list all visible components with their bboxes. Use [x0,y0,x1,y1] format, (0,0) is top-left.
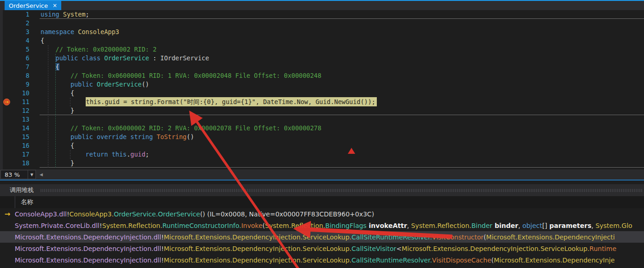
indent-guide [70,98,70,106]
text-segment: public class [41,54,104,62]
text-segment: binder [492,222,518,229]
horizontal-scrollbar[interactable]: ◀ [36,170,644,179]
frame-text: Microsoft.Extensions.DependencyInjection… [15,233,615,241]
text-segment: CallSiteVisitor [351,245,396,252]
line-number: 7 [0,63,29,71]
text-segment: namespace [41,28,78,35]
line-content: return this.guid; [29,150,149,159]
indent-guide [70,150,70,159]
text-segment: System.Glo [596,222,632,229]
code-line-7[interactable]: 7 { [0,63,644,71]
text-segment: RuntimeConstructorInfo. [162,222,241,229]
text-segment [41,98,86,105]
text-segment: Microsoft.Extensions.DependencyInjection… [164,233,352,241]
frame-margin: → [0,210,15,218]
indent-guide [55,54,56,168]
text-segment: parameters [549,222,591,229]
text-segment: // Token: 0x02000002 RID: 2 [41,46,157,53]
text-segment: Microsoft.Extensions.DependencyInjection… [402,245,590,252]
line-number: 9 [0,80,29,89]
tab-orderservice[interactable]: OrderService × [5,1,61,10]
text-segment: OrderService.OrderService [114,210,200,218]
code-line-9[interactable]: 9 public OrderService() [0,80,644,89]
text-segment: () [141,81,149,88]
code-line-3[interactable]: 3namespace ConsoleApp3 [0,28,644,36]
line-content: this.guid = string.Format("时间:{0}, guid=… [29,98,377,106]
code-line-8[interactable]: 8 // Token: 0x06000001 RID: 1 RVA: 0x000… [0,71,644,80]
code-line-2[interactable]: 2 [0,19,644,28]
panel-grip-dots [40,189,642,192]
text-segment: return this [41,151,127,158]
text-segment: VisitConstructor [432,233,484,241]
text-segment: using [41,11,63,18]
code-line-14[interactable]: 14 // Token: 0x06000002 RID: 2 RVA: 0x00… [0,124,644,133]
callstack-frame[interactable]: Microsoft.Extensions.DependencyInjection… [0,243,644,254]
code-line-1[interactable]: 1using System; [0,10,644,19]
zoom-level-select[interactable]: 83 % ▼ [0,170,36,179]
text-segment: { [56,63,59,70]
text-segment: ConsoleApp3. [70,210,114,218]
code-line-16[interactable]: 16 { [0,141,644,150]
line-content: } [29,106,74,115]
code-line-15[interactable]: 15 public override string ToString() [0,133,644,141]
callstack-icon-column [0,196,15,208]
zoom-level-value: 83 % [1,171,28,178]
text-segment: ConsoleApp3 [78,28,119,35]
text-segment: BindingFlags [325,222,367,229]
line-content: { [29,141,74,150]
text-segment: . [127,151,130,158]
text-segment: public override string [41,133,157,140]
code-line-13[interactable]: 13 [0,115,644,124]
code-line-12[interactable]: 12 } [0,106,644,115]
text-segment: public [41,81,97,88]
text-segment: IOrderService [160,54,209,62]
code-line-5[interactable]: 5 // Token: 0x02000002 RID: 2 [0,45,644,54]
breakpoint-current-statement-marker[interactable]: → [3,99,10,105]
line-number: 3 [0,28,29,36]
callstack-column-header[interactable]: 名称 [0,196,644,208]
text-segment: System.Reflection. [102,222,163,229]
text-segment: Microsoft.Extensions.DependencyInjection… [15,233,161,241]
callstack-frame[interactable]: Microsoft.Extensions.DependencyInjection… [0,231,644,243]
code-line-4[interactable]: 4{ [0,36,644,45]
code-line-10[interactable]: 10 { [0,89,644,98]
line-number: 16 [0,141,29,150]
code-line-17[interactable]: 17 return this.guid; [0,150,644,159]
text-segment: { [41,37,44,44]
editor-status-bar: 83 % ▼ ◀ [0,169,644,180]
line-number: 6 [0,54,29,63]
callstack-frame[interactable]: System.Private.CoreLib.dll!System.Reflec… [0,220,644,231]
line-content: public OrderService() [29,80,149,89]
text-segment: { [41,89,74,97]
code-line-18[interactable]: 18 } [0,159,644,168]
callstack-rows-container: →ConsoleApp3.dll!ConsoleApp3.OrderServic… [0,208,644,266]
close-icon[interactable]: × [53,3,57,8]
text-segment: this.guid = string.Format("时间:{0}, guid=… [86,97,377,106]
text-segment: { [41,142,74,149]
line-content: // Token: 0x02000002 RID: 2 [29,45,157,54]
text-segment: CallSiteRuntimeResolver. [351,233,432,241]
window-top-accent [0,0,644,1]
code-editor[interactable]: 1using System;23namespace ConsoleApp34{5… [0,10,644,169]
current-statement-arrow-icon: → [5,99,8,104]
indent-guide [48,45,48,168]
frame-text: Microsoft.Extensions.DependencyInjection… [15,245,616,252]
text-segment: () [187,133,194,140]
line-content: public class OrderService : IOrderServic… [29,54,209,63]
line-content: using System; [29,10,89,19]
dnspy-debug-window: OrderService × 1using System;23namespace… [0,0,644,268]
text-segment: : [149,54,160,62]
text-segment: // Token: 0x06000001 RID: 1 RVA: 0x00002… [41,72,322,79]
callstack-frame[interactable]: Microsoft.Extensions.DependencyInjection… [0,254,644,266]
code-line-6[interactable]: 6 public class OrderService : IOrderServ… [0,54,644,63]
callstack-frame[interactable]: →ConsoleApp3.dll!ConsoleApp3.OrderServic… [0,208,644,220]
tab-label: OrderService [9,2,48,9]
chevron-down-icon[interactable]: ▼ [28,170,35,179]
code-lines-container: 1using System;23namespace ConsoleApp34{5… [0,10,644,169]
text-segment: , [591,222,596,229]
scroll-left-arrow-icon[interactable]: ◀ [36,172,43,177]
line-number: 8 [0,71,29,80]
code-line-11[interactable]: 11 this.guid = string.Format("时间:{0}, gu… [0,98,644,106]
line-content [29,19,41,28]
current-frame-arrow-icon: → [5,210,11,218]
